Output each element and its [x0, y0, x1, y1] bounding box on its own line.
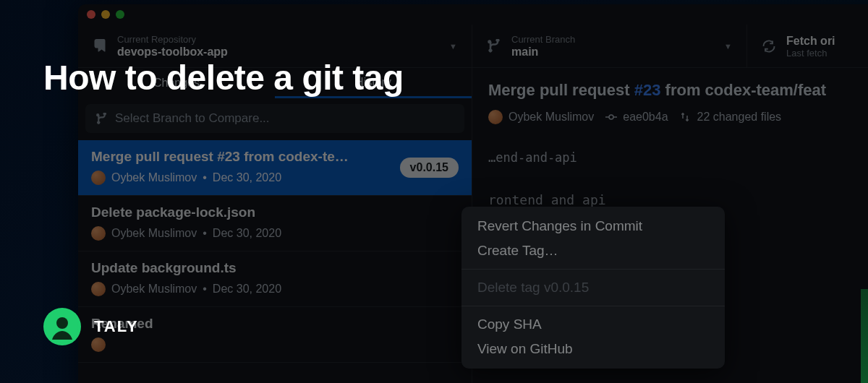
- diff-icon: [680, 111, 692, 123]
- separator: [461, 306, 725, 306]
- separator: [461, 269, 725, 270]
- commit-title: Delete package-lock.json: [91, 205, 380, 220]
- commit-icon: [605, 111, 617, 123]
- detail-title: Merge pull request #23 from codex-team/f…: [488, 81, 868, 100]
- maximize-window-icon[interactable]: [116, 10, 124, 19]
- author-name: TALY: [94, 317, 139, 336]
- fetch-button[interactable]: Fetch ori Last fetch: [747, 25, 868, 67]
- commit-date: Dec 30, 2020: [213, 171, 281, 184]
- commit-item[interactable]: Update background.ts Oybek Muslimov • De…: [78, 251, 472, 307]
- detail-changed-files: 22 changed files: [697, 111, 782, 124]
- context-menu: Revert Changes in Commit Create Tag… Del…: [461, 207, 725, 369]
- commit-item[interactable]: Delete package-lock.json Oybek Muslimov …: [78, 196, 472, 251]
- compare-branch-selector[interactable]: Select Branch to Compare...: [85, 104, 464, 133]
- fetch-sub: Last fetch: [786, 48, 868, 59]
- tag-badge: v0.0.15: [400, 158, 459, 178]
- close-window-icon[interactable]: [87, 10, 95, 19]
- ctx-revert[interactable]: Revert Changes in Commit: [461, 214, 725, 238]
- commit-item[interactable]: Merge pull request #23 from codex-te… Oy…: [78, 140, 472, 196]
- repo-icon: [93, 39, 107, 53]
- commit-author: Oybek Muslimov: [111, 227, 197, 240]
- avatar: [91, 282, 106, 296]
- detail-author: Oybek Muslimov: [509, 111, 594, 124]
- commit-author: Oybek Muslimov: [111, 171, 197, 184]
- minimize-window-icon[interactable]: [101, 10, 110, 19]
- svg-point-2: [56, 317, 68, 329]
- author-block: TALY: [43, 308, 139, 345]
- fetch-label: Fetch ori: [786, 35, 868, 48]
- branch-selector[interactable]: Current Branch main ▼: [472, 25, 747, 67]
- author-avatar: [43, 308, 81, 345]
- commit-date: Dec 30, 2020: [213, 227, 281, 240]
- branch-label: Current Branch: [511, 34, 714, 45]
- repo-value: devops-toolbox-app: [117, 46, 439, 59]
- avatar: [91, 171, 106, 185]
- pr-number[interactable]: #23: [634, 81, 661, 99]
- ctx-create-tag[interactable]: Create Tag…: [461, 238, 725, 263]
- commit-date: Dec 30, 2020: [213, 283, 281, 296]
- chevron-down-icon: ▼: [724, 42, 732, 51]
- window-titlebar: [78, 4, 868, 25]
- repo-label: Current Repository: [117, 34, 439, 45]
- sync-icon: [762, 39, 776, 53]
- svg-point-0: [609, 115, 613, 119]
- branch-icon: [95, 113, 108, 125]
- page-title: How to delete a git tag: [43, 58, 404, 98]
- avatar: [488, 110, 503, 124]
- ctx-copy-sha[interactable]: Copy SHA: [461, 312, 725, 337]
- decorative-edge: [861, 289, 868, 383]
- ctx-delete-tag[interactable]: Delete tag v0.0.15: [461, 275, 725, 300]
- commit-author: Oybek Muslimov: [111, 283, 197, 296]
- detail-description: rontend and api: [488, 192, 868, 207]
- commit-title: Merge pull request #23 from codex-te…: [91, 149, 380, 165]
- commit-title: Update background.ts: [91, 260, 380, 276]
- branch-icon: [487, 39, 501, 53]
- avatar: [91, 226, 106, 241]
- chevron-down-icon: ▼: [449, 42, 457, 51]
- branch-value: main: [511, 46, 714, 59]
- detail-sha: eae0b4a: [623, 111, 668, 124]
- ctx-view-github[interactable]: View on GitHub: [461, 337, 725, 361]
- commit-list: Merge pull request #23 from codex-te… Oy…: [78, 140, 472, 383]
- compare-placeholder: Select Branch to Compare...: [115, 111, 270, 126]
- detail-branchline: …end-and-api: [488, 150, 868, 165]
